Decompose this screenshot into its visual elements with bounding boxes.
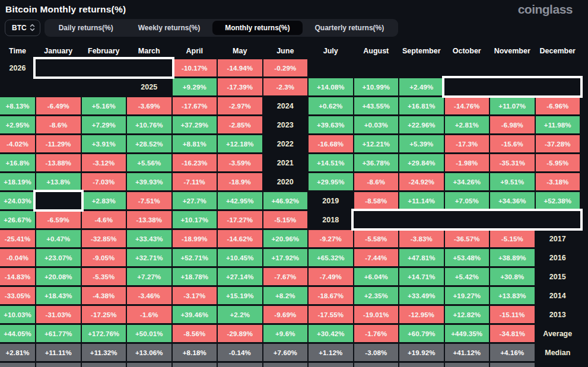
- cell-2021-august: +13.8%: [36, 173, 81, 190]
- cell-2015-november: +19.27%: [445, 287, 490, 304]
- cell-2014-january: +10.03%: [0, 306, 35, 323]
- cell-2013-april: +50.01%: [127, 325, 171, 342]
- tab-daily-returns[interactable]: Daily returns(%): [46, 21, 126, 35]
- cell-2020-december: +46.92%: [263, 192, 308, 209]
- cell-2016-may: +18.78%: [173, 268, 217, 285]
- cell-2026-april: [309, 59, 353, 76]
- column-header-october: October: [445, 44, 490, 58]
- controls-row: BTC Daily returns(%) Weekly returns(%) M…: [0, 18, 588, 39]
- cell-2023-january: +39.63%: [309, 116, 353, 133]
- cell-2025-january: +9.29%: [173, 78, 217, 95]
- cell-median-january: +0.29%: [0, 363, 35, 367]
- cell-2024-february: +43.55%: [354, 97, 399, 114]
- cell-2025-november: -17.67%: [173, 97, 217, 114]
- cell-2016-april: +7.27%: [127, 268, 171, 285]
- cell-2023-june: +11.98%: [536, 116, 580, 133]
- cell-2016-january: -14.83%: [0, 268, 35, 285]
- column-header-august: August: [354, 44, 399, 58]
- highlight-box-2025: [442, 76, 583, 98]
- cell-median-july: +8.20%: [263, 363, 308, 367]
- column-header-january: January: [36, 44, 81, 58]
- cell-2016-march: -5.35%: [82, 268, 126, 285]
- cell-2014-october: -12.95%: [399, 306, 444, 323]
- row-label-2024: 2024: [263, 97, 308, 114]
- cell-2019-october: +10.17%: [173, 211, 217, 228]
- cell-average-october: +19.92%: [399, 344, 444, 361]
- cell-average-may: +8.18%: [173, 344, 217, 361]
- cell-2018-may: -18.99%: [173, 230, 217, 247]
- cell-2019-september: -13.38%: [127, 211, 171, 228]
- symbol-select[interactable]: BTC: [5, 20, 40, 36]
- cell-2025-october: -3.69%: [127, 97, 171, 114]
- cell-2016-june: +27.14%: [218, 268, 262, 285]
- cell-2024-september: +7.29%: [82, 116, 126, 133]
- cell-2026-august: [490, 59, 535, 76]
- cell-2019-february: +11.14%: [399, 192, 444, 209]
- cell-2024-december: -2.85%: [218, 116, 262, 133]
- cell-2022-january: -16.68%: [309, 135, 353, 152]
- cell-2017-august: +65.32%: [309, 249, 353, 266]
- cell-median-october: +14.71%: [399, 363, 444, 367]
- cell-2021-january: +14.51%: [309, 154, 353, 171]
- cell-2026-may: [354, 59, 399, 76]
- column-header-march: March: [127, 44, 171, 58]
- tab-weekly-returns[interactable]: Weekly returns(%): [126, 21, 212, 35]
- tab-quarterly-returns[interactable]: Quarterly returns(%): [303, 21, 397, 35]
- cell-2023-december: +12.18%: [218, 135, 262, 152]
- cell-2015-june: +15.19%: [218, 287, 262, 304]
- cell-2020-july: +24.03%: [0, 192, 35, 209]
- row-label-2018: 2018: [309, 211, 353, 228]
- highlight-box-2026: [33, 57, 174, 79]
- cell-2026-march: -0.29%: [263, 59, 308, 76]
- row-label-2022: 2022: [263, 135, 308, 152]
- cell-2026-december: [82, 78, 126, 95]
- cell-2018-november: -36.57%: [445, 230, 490, 247]
- cell-2016-december: +30.8%: [490, 268, 535, 285]
- cell-2017-march: -9.05%: [82, 249, 126, 266]
- cell-2026-october: [0, 78, 35, 95]
- row-label-2013: 2013: [536, 306, 580, 323]
- cell-2013-march: +172.76%: [82, 325, 126, 342]
- cell-2015-january: -33.05%: [0, 287, 35, 304]
- cell-2025-august: -6.49%: [36, 97, 81, 114]
- cell-2019-april: +34.36%: [490, 192, 535, 209]
- updown-chevron-icon: [30, 24, 35, 31]
- cell-median-december: -2.97%: [490, 363, 535, 367]
- cell-2023-november: +8.81%: [173, 135, 217, 152]
- cell-2019-november: -17.27%: [218, 211, 262, 228]
- row-label-2023: 2023: [263, 116, 308, 133]
- cell-2015-august: -18.67%: [309, 287, 353, 304]
- cell-2022-march: +5.39%: [399, 135, 444, 152]
- cell-2023-march: +22.96%: [399, 116, 444, 133]
- column-header-time: Time: [0, 44, 35, 58]
- column-header-february: February: [82, 44, 126, 58]
- cell-2021-july: +18.19%: [0, 173, 35, 190]
- cell-average-september: -3.08%: [354, 344, 399, 361]
- cell-2022-june: -37.28%: [536, 135, 580, 152]
- cell-2018-january: -25.41%: [0, 230, 35, 247]
- cell-2015-july: +8.2%: [263, 287, 308, 304]
- cell-average-july: +7.60%: [263, 344, 308, 361]
- cell-2020-november: +42.95%: [218, 192, 262, 209]
- cell-2018-april: +33.43%: [127, 230, 171, 247]
- cell-2016-august: -7.49%: [309, 268, 353, 285]
- tab-monthly-returns[interactable]: Monthly returns(%): [212, 21, 302, 35]
- cell-2015-october: +33.49%: [399, 287, 444, 304]
- cell-2017-february: +23.07%: [36, 249, 81, 266]
- cell-2013-september: -1.76%: [354, 325, 399, 342]
- cell-2013-july: +9.6%: [263, 325, 308, 342]
- cell-2018-february: +0.47%: [36, 230, 81, 247]
- highlight-box-2018: [351, 209, 583, 231]
- cell-2021-february: +36.78%: [354, 154, 399, 171]
- cell-2016-october: +14.71%: [399, 268, 444, 285]
- cell-2017-october: +47.81%: [399, 249, 444, 266]
- cell-average-january: +2.81%: [0, 344, 35, 361]
- cell-2016-september: +6.04%: [354, 268, 399, 285]
- cell-2024-october: +10.76%: [127, 116, 171, 133]
- cell-2013-february: +61.77%: [36, 325, 81, 342]
- cell-2013-november: +449.35%: [445, 325, 490, 342]
- cell-2026-july: [445, 59, 490, 76]
- cell-2026-june: [399, 59, 444, 76]
- cell-2014-february: -31.03%: [36, 306, 81, 323]
- cell-2016-november: +5.42%: [445, 268, 490, 285]
